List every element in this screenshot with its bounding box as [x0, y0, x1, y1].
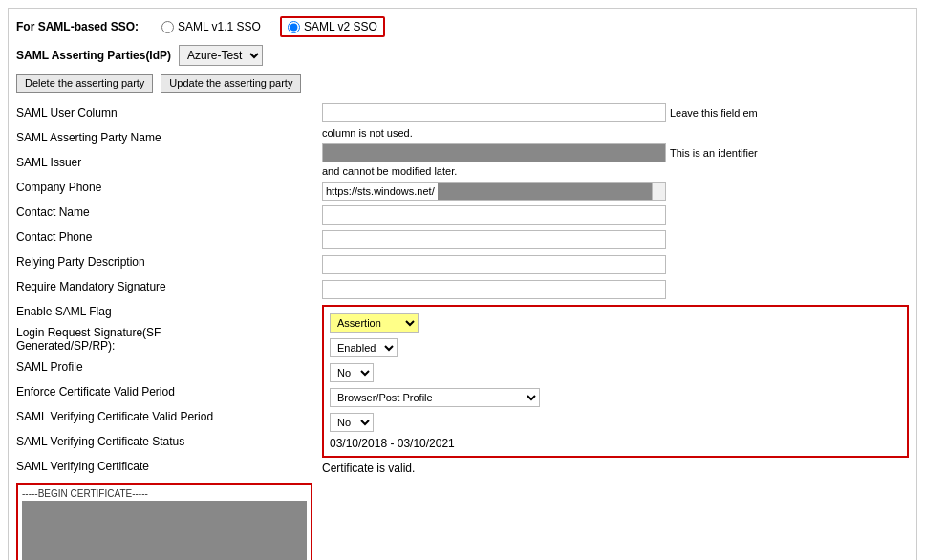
field-contact-name: Contact Name — [16, 202, 312, 223]
action-buttons: Delete the asserting party Update the as… — [16, 74, 909, 93]
saml-profile-control: Browser/Post Profile Artifact — [330, 387, 901, 408]
label-asserting-party-name: SAML Asserting Party Name — [16, 131, 217, 144]
asserting-party-name-input[interactable] — [322, 143, 666, 162]
asserting-party-select[interactable]: Azure-Test — [179, 45, 263, 66]
asserting-name-row: This is an identifier — [322, 142, 909, 163]
user-col-note: column is not used. — [322, 127, 909, 139]
label-enforce-cert: Enforce Certificate Valid Period — [16, 385, 217, 398]
issuer-row: https://sts.windows.net/ — [322, 181, 909, 202]
contact-phone-input[interactable] — [322, 255, 666, 274]
issuer-prefix: https://sts.windows.net/ — [323, 185, 438, 197]
update-button[interactable]: Update the asserting party — [161, 74, 301, 93]
label-contact-name: Contact Name — [16, 205, 217, 219]
cert-valid-period: 03/10/2018 - 03/10/2021 — [330, 437, 901, 450]
field-saml-issuer: SAML Issuer — [16, 152, 312, 173]
field-saml-profile: SAML Profile — [16, 356, 312, 377]
saml-v1-radio[interactable] — [161, 21, 174, 33]
field-asserting-party-name: SAML Asserting Party Name — [16, 127, 312, 148]
user-column-input[interactable] — [322, 103, 666, 122]
field-company-phone: Company Phone — [16, 177, 312, 198]
label-require-sig: Require Mandatory Signature — [16, 280, 217, 293]
login-sig-control: No Yes — [330, 362, 901, 383]
delete-button[interactable]: Delete the asserting party — [16, 74, 153, 93]
asserting-party-row: SAML Asserting Parties(IdP) Azure-Test — [16, 45, 909, 66]
require-sig-control: Assertion Response Either No Signature — [330, 312, 901, 334]
contact-name-input[interactable] — [322, 230, 666, 249]
label-company-phone: Company Phone — [16, 181, 217, 194]
label-verifying-cert-period: SAML Verifying Certificate Valid Period — [16, 410, 217, 423]
relying-party-input[interactable] — [322, 280, 666, 299]
cert-header: -----BEGIN CERTIFICATE----- — [22, 488, 307, 499]
enabled-select[interactable]: Enabled Disabled — [330, 338, 398, 357]
leave-empty-note: Leave this field em — [670, 107, 758, 118]
label-login-sig: Login Request Signature(SF Generated/SP/… — [16, 326, 217, 353]
company-phone-row — [322, 205, 909, 226]
asserting-name-note: and cannot be modified later. — [322, 165, 909, 177]
main-container: For SAML-based SSO: SAML v1.1 SSO SAML v… — [8, 8, 917, 560]
label-saml-user-column: SAML User Column — [16, 106, 217, 119]
field-login-sig: Login Request Signature(SF Generated/SP/… — [16, 326, 312, 353]
field-require-sig: Require Mandatory Signature — [16, 276, 312, 297]
relying-party-row — [322, 280, 909, 301]
saml-v1-option[interactable]: SAML v1.1 SSO — [161, 20, 261, 33]
sso-type-row: For SAML-based SSO: SAML v1.1 SSO SAML v… — [16, 16, 909, 37]
assertion-select[interactable]: Assertion Response Either No Signature — [330, 313, 419, 333]
issuer-box-end — [652, 183, 665, 200]
saml-v2-option[interactable]: SAML v2 SSO — [280, 16, 385, 37]
field-enable-saml: Enable SAML Flag — [16, 301, 312, 322]
saml-v2-radio[interactable] — [288, 21, 300, 33]
main-layout: SAML User Column SAML Asserting Party Na… — [16, 102, 909, 560]
field-verifying-cert-period: SAML Verifying Certificate Valid Period — [16, 406, 312, 427]
contact-phone-row — [322, 255, 909, 276]
saml-profile-select[interactable]: Browser/Post Profile Artifact — [330, 388, 540, 407]
saml-v2-label: SAML v2 SSO — [304, 20, 377, 33]
cert-status: Certificate is valid. — [322, 462, 909, 475]
sso-section-label: For SAML-based SSO: — [16, 20, 139, 33]
label-saml-issuer: SAML Issuer — [16, 156, 217, 169]
label-enable-saml: Enable SAML Flag — [16, 305, 217, 318]
certificate-area: -----BEGIN CERTIFICATE----- -----END CER… — [16, 483, 312, 560]
label-contact-phone: Contact Phone — [16, 230, 217, 244]
enforce-cert-select[interactable]: No Yes — [330, 413, 374, 432]
field-verifying-cert-status: SAML Verifying Certificate Status — [16, 431, 312, 452]
cert-body — [22, 501, 307, 560]
field-contact-phone: Contact Phone — [16, 226, 312, 248]
field-verifying-cert: SAML Verifying Certificate — [16, 456, 312, 477]
asserting-party-note: This is an identifier — [670, 147, 758, 159]
label-relying-party: Relying Party Description — [16, 255, 217, 269]
left-column: SAML User Column SAML Asserting Party Na… — [16, 102, 312, 560]
asserting-party-label: SAML Asserting Parties(IdP) — [16, 49, 171, 62]
company-phone-input[interactable] — [322, 205, 666, 225]
field-relying-party: Relying Party Description — [16, 251, 312, 272]
label-saml-profile: SAML Profile — [16, 360, 217, 374]
contact-name-row — [322, 230, 909, 251]
controls-box: Assertion Response Either No Signature E… — [322, 305, 909, 458]
saml-v1-label: SAML v1.1 SSO — [178, 20, 261, 33]
user-col-row: Leave this field em — [322, 102, 909, 123]
field-enforce-cert: Enforce Certificate Valid Period — [16, 381, 312, 402]
right-column: Leave this field em column is not used. … — [312, 102, 909, 560]
login-sig-select[interactable]: No Yes — [330, 363, 374, 382]
label-verifying-cert: SAML Verifying Certificate — [16, 460, 217, 473]
field-saml-user-column: SAML User Column — [16, 102, 312, 123]
issuer-redacted — [438, 183, 652, 200]
enable-saml-control: Enabled Disabled — [330, 337, 901, 358]
label-verifying-cert-status: SAML Verifying Certificate Status — [16, 435, 217, 448]
enforce-cert-control: No Yes — [330, 412, 901, 433]
